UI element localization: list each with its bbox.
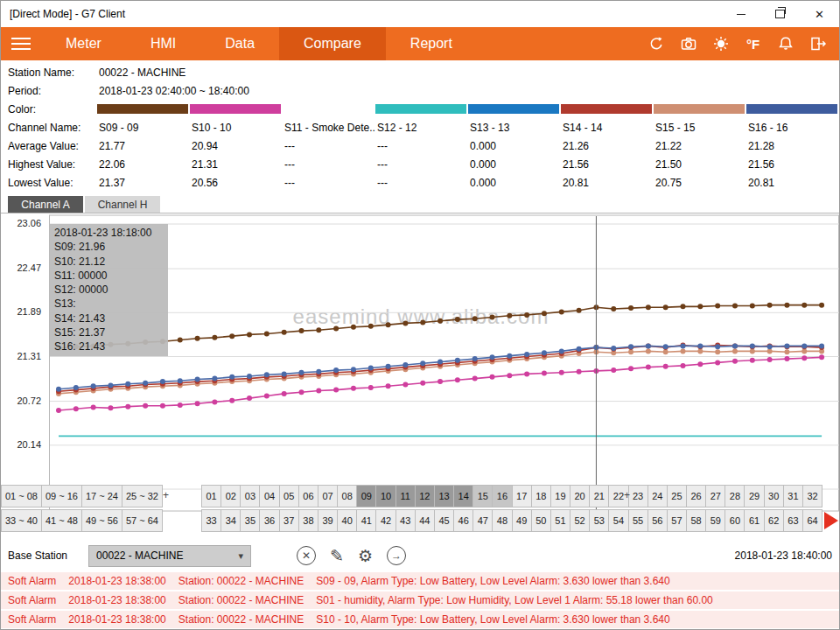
channel-cell-20[interactable]: 20 xyxy=(570,485,590,508)
channel-cell-64[interactable]: 64 xyxy=(802,509,822,532)
maximize-button[interactable] xyxy=(760,1,800,27)
close-button[interactable]: ✕ xyxy=(800,1,839,27)
zoom-plus-icon[interactable]: + xyxy=(163,489,169,501)
channel-cell-46[interactable]: 46 xyxy=(453,509,473,532)
nav-tab-compare[interactable]: Compare xyxy=(279,27,386,60)
channel-cell-26[interactable]: 26 xyxy=(686,485,706,508)
channel-cell-48[interactable]: 48 xyxy=(492,509,512,532)
settings-gear-icon[interactable]: ⚙ xyxy=(358,548,373,564)
go-arrow-button[interactable]: → xyxy=(387,546,406,565)
channel-cell-33[interactable]: 33 xyxy=(201,509,221,532)
channel-range-button[interactable]: 57 ~ 64 xyxy=(122,509,163,532)
channel-cell-02[interactable]: 02 xyxy=(220,485,241,508)
channel-cell-53[interactable]: 53 xyxy=(589,509,609,532)
channel-cell-10[interactable]: 10 xyxy=(375,485,396,508)
nav-tab-report[interactable]: Report xyxy=(386,27,477,60)
channel-cell-28[interactable]: 28 xyxy=(724,485,745,508)
minimize-button[interactable] xyxy=(721,1,760,27)
exit-icon[interactable] xyxy=(802,30,834,58)
channel-cell-35[interactable]: 35 xyxy=(240,509,260,532)
channel-cell-54[interactable]: 54 xyxy=(608,509,628,532)
alarm-row[interactable]: Soft Alarm2018-01-23 18:38:00Station: 00… xyxy=(1,592,839,609)
channel-cell-18[interactable]: 18 xyxy=(531,485,551,508)
channel-cell-44[interactable]: 44 xyxy=(415,509,435,532)
clear-button[interactable]: ✕ xyxy=(297,546,316,565)
channel-cell-17[interactable]: 17 xyxy=(512,485,532,508)
channel-cell-55[interactable]: 55 xyxy=(628,509,648,532)
alarm-bell-icon[interactable] xyxy=(769,30,802,58)
channel-cell-50[interactable]: 50 xyxy=(531,509,551,532)
channel-cell-01[interactable]: 01 xyxy=(201,485,221,508)
base-station-dropdown[interactable]: 00022 - MACHINE ▾ xyxy=(88,545,251,567)
channel-cell-31[interactable]: 31 xyxy=(783,485,803,508)
channel-cell-24[interactable]: 24 xyxy=(648,485,668,508)
channel-cell-32[interactable]: 32 xyxy=(802,485,822,508)
alarm-row[interactable]: Soft Alarm2018-01-23 18:38:00Station: 00… xyxy=(1,611,839,628)
hamburger-menu-icon[interactable] xyxy=(1,27,41,60)
channel-cell-57[interactable]: 57 xyxy=(667,509,687,532)
channel-cell-63[interactable]: 63 xyxy=(783,509,803,532)
channel-cell-03[interactable]: 03 xyxy=(240,485,260,508)
channel-cell-15[interactable]: 15 xyxy=(472,485,493,508)
channel-cell-11[interactable]: 11 xyxy=(396,485,416,508)
channel-cell-59[interactable]: 59 xyxy=(705,509,725,532)
channel-cell-43[interactable]: 43 xyxy=(396,509,416,532)
channel-cell-49[interactable]: 49 xyxy=(512,509,532,532)
channel-cell-62[interactable]: 62 xyxy=(764,509,784,532)
channel-cell-42[interactable]: 42 xyxy=(375,509,396,532)
channel-range-button[interactable]: 17 ~ 24 xyxy=(81,485,122,508)
channel-cell-52[interactable]: 52 xyxy=(570,509,590,532)
camera-icon[interactable] xyxy=(672,30,704,58)
channel-cell-09[interactable]: 09 xyxy=(356,485,376,508)
channel-cell-40[interactable]: 40 xyxy=(337,509,357,532)
channel-cell-12[interactable]: 12 xyxy=(415,485,435,508)
edit-pencil-icon[interactable]: ✎ xyxy=(330,548,344,564)
channel-cell-61[interactable]: 61 xyxy=(744,509,764,532)
channel-cell-07[interactable]: 07 xyxy=(318,485,338,508)
channel-cell-37[interactable]: 37 xyxy=(279,509,299,532)
channel-cell-16[interactable]: 16 xyxy=(492,485,512,508)
channel-cell-47[interactable]: 47 xyxy=(472,509,493,532)
channel-cell-29[interactable]: 29 xyxy=(744,485,764,508)
tab-channel-h[interactable]: Channel H xyxy=(85,196,160,213)
channel-cell-06[interactable]: 06 xyxy=(298,485,318,508)
chart-area[interactable]: 23.0622.4721.8921.3120.7220.1419.56 ease… xyxy=(1,213,839,541)
alarm-row[interactable]: Soft Alarm2018-01-23 18:38:00Station: 00… xyxy=(1,572,839,590)
channel-range-button[interactable]: 25 ~ 32 xyxy=(122,485,163,508)
channel-cell-23[interactable]: 23 xyxy=(628,485,648,508)
tab-channel-a[interactable]: Channel A xyxy=(8,196,83,213)
nav-tab-meter[interactable]: Meter xyxy=(41,27,126,60)
channel-cell-19[interactable]: 19 xyxy=(550,485,570,508)
channel-cell-30[interactable]: 30 xyxy=(764,485,784,508)
fahrenheit-toggle[interactable]: °F xyxy=(737,30,769,58)
channel-range-button[interactable]: 41 ~ 48 xyxy=(41,509,82,532)
channel-cell-21[interactable]: 21 xyxy=(589,485,609,508)
channel-range-button[interactable]: 49 ~ 56 xyxy=(81,509,122,532)
channel-range-button[interactable]: 01 ~ 08 xyxy=(1,485,42,508)
brightness-icon[interactable] xyxy=(704,30,737,58)
channel-cell-36[interactable]: 36 xyxy=(259,509,279,532)
channel-cell-14[interactable]: 14 xyxy=(453,485,473,508)
channel-range-button[interactable]: 09 ~ 16 xyxy=(41,485,82,508)
channel-cell-13[interactable]: 13 xyxy=(434,485,454,508)
channel-cell-27[interactable]: 27 xyxy=(705,485,725,508)
channel-range-button[interactable]: 33 ~ 40 xyxy=(1,509,42,532)
channel-cell-39[interactable]: 39 xyxy=(318,509,338,532)
channel-cell-45[interactable]: 45 xyxy=(434,509,454,532)
channel-cell-34[interactable]: 34 xyxy=(220,509,241,532)
zoom-plus-icon[interactable]: + xyxy=(624,489,630,501)
channel-cell-08[interactable]: 08 xyxy=(337,485,357,508)
channel-cell-25[interactable]: 25 xyxy=(667,485,687,508)
channel-cell-05[interactable]: 05 xyxy=(279,485,299,508)
nav-tab-data[interactable]: Data xyxy=(200,27,279,60)
channel-cell-38[interactable]: 38 xyxy=(298,509,318,532)
nav-tab-hmi[interactable]: HMI xyxy=(126,27,200,60)
channel-cell-51[interactable]: 51 xyxy=(550,509,570,532)
channel-cell-56[interactable]: 56 xyxy=(648,509,668,532)
channel-cell-41[interactable]: 41 xyxy=(356,509,376,532)
channel-cell-60[interactable]: 60 xyxy=(724,509,745,532)
scroll-right-arrow-icon[interactable] xyxy=(824,512,838,529)
channel-cell-04[interactable]: 04 xyxy=(259,485,279,508)
channel-cell-58[interactable]: 58 xyxy=(686,509,706,532)
sync-icon[interactable] xyxy=(640,30,672,58)
